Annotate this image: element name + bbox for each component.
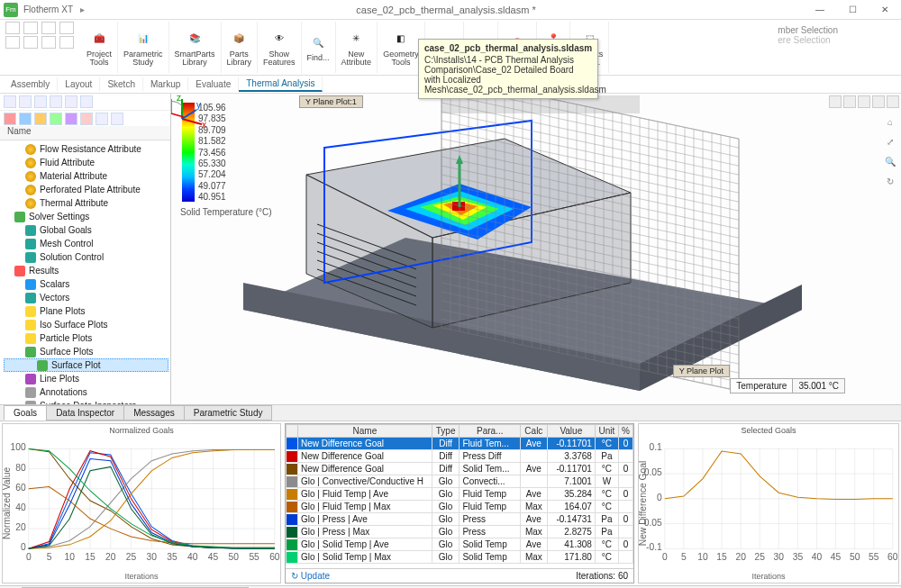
table-row[interactable]: New Difference GoalDiffSolid Tem...Ave-0… — [287, 463, 633, 475]
window-minimize-button[interactable]: — — [807, 5, 833, 14]
tree-item-surface-plots[interactable]: Surface Plots — [4, 345, 168, 358]
ribbon-show-features[interactable]: 👁ShowFeatures — [258, 22, 302, 73]
update-button[interactable]: ↻ Update — [291, 571, 330, 581]
tree-item-thermal-attribute[interactable]: Thermal Attribute — [4, 196, 168, 210]
table-row[interactable]: Glo | Press | MaxGloPressMax2.8275Pa — [287, 526, 633, 538]
tree-tool-icon[interactable] — [19, 95, 32, 108]
tree-item-flow-resistance-attribute[interactable]: Flow Resistance Attribute — [4, 142, 168, 156]
table-header[interactable]: % — [619, 425, 633, 438]
tree-filter-icon[interactable] — [80, 113, 93, 125]
table-header[interactable]: Type — [432, 425, 460, 438]
svg-text:0: 0 — [21, 542, 26, 552]
tree-item-mesh-control[interactable]: Mesh Control — [4, 237, 168, 250]
ribbon-project-tools[interactable]: 🧰ProjectTools — [81, 22, 118, 73]
table-row[interactable]: Glo | Solid Temp | MaxGloSolid TempMax17… — [287, 551, 633, 564]
tree-filter-icon[interactable] — [111, 113, 123, 125]
tab-evaluate[interactable]: Evaluate — [188, 77, 239, 91]
tab-markup[interactable]: Markup — [143, 77, 188, 91]
tree-item-particle-plots[interactable]: Particle Plots — [4, 331, 168, 345]
dock-tab-goals[interactable]: Goals — [4, 405, 47, 421]
save-icon[interactable] — [41, 22, 56, 34]
table-header[interactable]: Unit — [595, 425, 618, 438]
table-row[interactable]: Glo | Convective/Conductive HGloConvecti… — [287, 475, 633, 488]
tree-item-icon — [25, 198, 36, 209]
tree-item-annotations[interactable]: Annotations — [4, 385, 168, 399]
tree-item-solution-control[interactable]: Solution Control — [4, 250, 168, 264]
ribbon-new-attribute[interactable]: ✳NewAttribute — [336, 22, 378, 73]
ribbon-parts-library[interactable]: 📦PartsLibrary — [222, 22, 259, 73]
tree-filter-icon[interactable] — [65, 113, 77, 125]
table-header[interactable] — [287, 425, 298, 438]
tree-item-results[interactable]: Results — [4, 264, 168, 277]
print-icon[interactable] — [59, 22, 74, 34]
table-row[interactable]: Glo | Fluid Temp | AveGloFluid TempAve35… — [287, 488, 633, 501]
table-row[interactable]: New Difference GoalDiffPress Diff3.3768P… — [287, 450, 633, 463]
tree-tool-icon[interactable] — [4, 95, 16, 108]
tree-item-plane-plots[interactable]: Plane Plots — [4, 304, 168, 318]
tree-item-fluid-attribute[interactable]: Fluid Attribute — [4, 156, 168, 169]
window-close-button[interactable]: ✕ — [872, 5, 897, 14]
tree-item-label: Fluid Attribute — [40, 158, 95, 167]
table-header[interactable]: Calc — [521, 425, 548, 438]
row-color-swatch — [287, 439, 297, 449]
tree-item-surface-plot[interactable]: Surface Plot — [4, 358, 168, 372]
table-header[interactable]: Value — [547, 425, 595, 438]
rebuild-icon[interactable] — [41, 36, 56, 49]
quick-access-group — [5, 22, 74, 73]
tab-thermal-analysis[interactable]: Thermal Analysis — [239, 77, 323, 92]
tree-item-solver-settings[interactable]: Solver Settings — [4, 210, 168, 223]
tree-item-scalars[interactable]: Scalars — [4, 277, 168, 291]
tree-item-icon — [25, 374, 36, 384]
goals-table[interactable]: NameTypePara...CalcValueUnit%New Differe… — [285, 423, 634, 583]
tree-item-vectors[interactable]: Vectors — [4, 291, 168, 304]
tree-item-global-goals[interactable]: Global Goals — [4, 223, 168, 237]
tree-item-perforated-plate-attribute[interactable]: Perforated Plate Attribute — [4, 183, 168, 196]
tree-tool-icon[interactable] — [65, 95, 77, 108]
tree-tool-icon[interactable] — [50, 95, 62, 108]
svg-text:0: 0 — [657, 493, 662, 502]
dock-tab-parametric-study[interactable]: Parametric Study — [184, 405, 273, 421]
open-file-icon[interactable] — [23, 22, 38, 34]
tree-filter-icon[interactable] — [96, 113, 108, 125]
tree-filter-icon[interactable] — [34, 113, 47, 125]
dock-tab-messages[interactable]: Messages — [123, 405, 185, 421]
tree-item-label: Line Plots — [40, 374, 79, 384]
tree-tool-icon[interactable] — [34, 95, 47, 108]
tree-item-material-attribute[interactable]: Material Attribute — [4, 169, 168, 183]
normalized-goals-plot[interactable]: Normalized Goals 05101520253035404550556… — [2, 423, 281, 583]
tree-item-iso-surface-plots[interactable]: Iso Surface Plots — [4, 318, 168, 331]
3d-viewport[interactable]: ⌂ ⤢ 🔍 ↻ — [171, 94, 901, 404]
svg-text:x: x — [202, 120, 206, 130]
svg-text:0: 0 — [26, 552, 32, 562]
tab-sketch[interactable]: Sketch — [100, 77, 143, 91]
cut-plane-label[interactable]: Y Plane Plot:1 — [299, 95, 363, 108]
options-icon[interactable] — [59, 36, 74, 49]
table-header[interactable]: Name — [298, 425, 432, 438]
tab-assembly[interactable]: Assembly — [4, 77, 58, 91]
table-row[interactable]: Glo | Fluid Temp | MaxGloFluid TempMax16… — [287, 501, 633, 513]
table-header[interactable]: Para... — [460, 425, 521, 438]
tree-item-line-plots[interactable]: Line Plots — [4, 372, 168, 385]
new-file-icon[interactable] — [5, 22, 20, 34]
ribbon-smartparts-library[interactable]: 📚SmartPartsLibrary — [169, 22, 222, 73]
table-row[interactable]: Glo | Press | AveGloPressAve-0.14731Pa0 — [287, 513, 633, 526]
tree-filter-icon[interactable] — [50, 113, 62, 125]
tree-filter-icon[interactable] — [4, 113, 16, 125]
svg-text:Normalized Value: Normalized Value — [3, 467, 12, 539]
tree-tool-icon[interactable] — [80, 95, 93, 108]
redo-icon[interactable] — [23, 36, 38, 49]
undo-icon[interactable] — [5, 36, 20, 49]
window-maximize-button[interactable]: ☐ — [840, 5, 865, 14]
table-row[interactable]: New Difference GoalDiffFluid Tem...Ave-0… — [287, 438, 633, 450]
tab-layout[interactable]: Layout — [58, 77, 100, 91]
ribbon-parametric-study[interactable]: 📊ParametricStudy — [118, 22, 169, 73]
roll-gizmo-icon[interactable] — [171, 94, 189, 121]
selected-goals-plot[interactable]: Selected Goals 051015202530354045505560-… — [638, 423, 899, 583]
table-row[interactable]: Glo | Solid Temp | AveGloSolid TempAve41… — [287, 538, 633, 551]
dock-tab-data-inspector[interactable]: Data Inspector — [46, 405, 124, 421]
feature-tree[interactable]: Flow Resistance AttributeFluid Attribute… — [0, 140, 170, 404]
tree-filter-icon[interactable] — [19, 113, 32, 125]
tree-item-icon — [37, 360, 48, 371]
ribbon-find[interactable]: 🔍Find... — [302, 22, 336, 73]
tree-item-surface-data-inspectors[interactable]: Surface Data Inspectors — [4, 399, 168, 404]
